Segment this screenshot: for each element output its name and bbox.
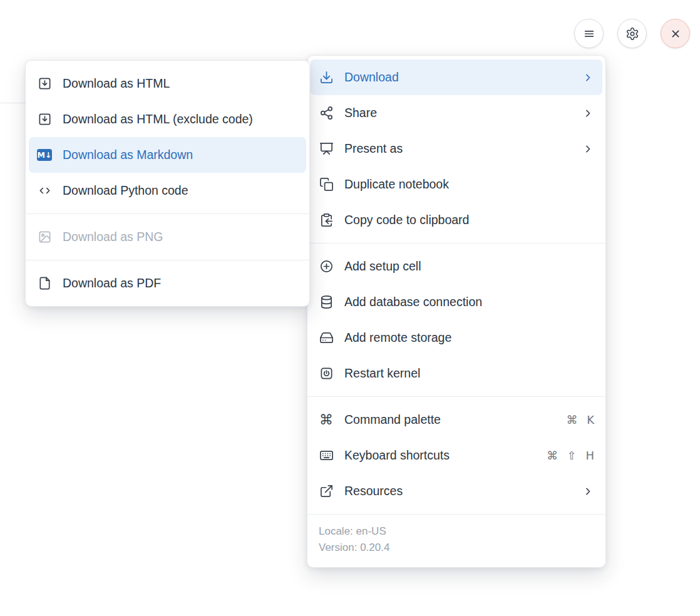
page-cell-border (0, 103, 25, 103)
menu-separator (26, 260, 309, 260)
menu-item-restart-kernel[interactable]: Restart kernel (307, 356, 605, 391)
box-arrow-down-icon (37, 112, 52, 127)
code-icon (37, 183, 52, 198)
menu-separator (26, 213, 309, 214)
shortcut-hint: ⌘ ⇧ H (547, 449, 594, 462)
chevron-right-icon (582, 71, 594, 84)
menu-item-label: Download as HTML (exclude code) (63, 112, 298, 126)
menu-item-label: Download (344, 70, 571, 85)
submenu-item-download-html[interactable]: Download as HTML (26, 66, 309, 101)
submenu-item-download-html-exclude-code[interactable]: Download as HTML (exclude code) (26, 101, 309, 137)
menu-item-duplicate-notebook[interactable]: Duplicate notebook (307, 167, 605, 202)
close-icon (668, 26, 683, 41)
menu-item-label: Add database connection (344, 295, 594, 309)
menu-item-copy-code[interactable]: Copy code to clipboard (307, 202, 605, 238)
menu-item-label: Share (344, 106, 571, 120)
notebook-toolbar (574, 19, 690, 48)
hard-drive-icon (319, 331, 334, 346)
menu-item-add-database-connection[interactable]: Add database connection (307, 284, 605, 320)
external-link-icon (319, 484, 334, 499)
shortcut-hint: ⌘ K (566, 413, 594, 426)
menu-separator (307, 396, 605, 397)
download-icon (319, 70, 334, 85)
menu-item-share[interactable]: Share (307, 95, 605, 131)
chevron-right-icon (582, 107, 594, 120)
menu-item-add-setup-cell[interactable]: Add setup cell (307, 249, 605, 284)
clipboard-copy-icon (319, 213, 334, 228)
submenu-item-download-pdf[interactable]: Download as PDF (26, 265, 309, 301)
close-button[interactable] (661, 19, 690, 48)
copy-icon (319, 177, 334, 192)
menu-item-label: Resources (344, 484, 571, 498)
menu-item-download[interactable]: Download (311, 59, 602, 95)
menu-item-label: Command palette (344, 413, 555, 427)
power-icon (319, 366, 334, 381)
menu-item-label: Copy code to clipboard (344, 213, 594, 227)
menu-item-command-palette[interactable]: ⌘ Command palette ⌘ K (307, 402, 605, 438)
menu-item-label: Duplicate notebook (344, 177, 594, 192)
menu-separator (307, 243, 605, 244)
menu-button[interactable] (574, 19, 604, 48)
menu-item-label: Restart kernel (344, 366, 594, 381)
box-arrow-down-icon (37, 76, 52, 91)
plus-circle-icon (319, 259, 334, 274)
menu-item-label: Download Python code (63, 183, 298, 198)
menu-item-label: Download as HTML (63, 76, 298, 91)
menu-item-label: Keyboard shortcuts (344, 448, 536, 463)
menu-item-label: Download as Markdown (63, 148, 298, 162)
file-icon (37, 276, 52, 291)
submenu-item-download-markdown[interactable]: M↓ Download as Markdown (29, 137, 306, 173)
settings-button[interactable] (617, 19, 647, 48)
share-icon (319, 106, 334, 121)
markdown-badge: M↓ (37, 149, 52, 161)
download-submenu: Download as HTML Download as HTML (exclu… (25, 60, 310, 307)
presentation-icon (319, 141, 334, 157)
menu-item-label: Present as (344, 141, 571, 156)
notebook-actions-menu: Download Share Present as (307, 55, 606, 568)
markdown-badge-icon: M↓ (37, 148, 52, 163)
chevron-right-icon (582, 143, 594, 155)
submenu-item-download-png[interactable]: Download as PNG (26, 219, 309, 255)
version-text: Version: 0.20.4 (319, 542, 594, 554)
menu-item-add-remote-storage[interactable]: Add remote storage (307, 320, 605, 356)
hamburger-icon (582, 26, 597, 41)
keyboard-icon (319, 448, 334, 463)
menu-footer: Locale: en-US Version: 0.20.4 (307, 515, 605, 567)
menu-item-present-as[interactable]: Present as (307, 131, 605, 167)
locale-text: Locale: en-US (319, 525, 594, 538)
menu-item-label: Add remote storage (344, 331, 594, 345)
menu-item-label: Download as PNG (63, 230, 298, 244)
submenu-item-download-python[interactable]: Download Python code (26, 173, 309, 208)
command-icon: ⌘ (319, 413, 334, 428)
menu-item-label: Add setup cell (344, 259, 594, 274)
database-icon (319, 295, 334, 310)
gear-icon (625, 26, 640, 41)
menu-item-resources[interactable]: Resources (307, 473, 605, 509)
image-icon (37, 230, 52, 245)
menu-item-keyboard-shortcuts[interactable]: Keyboard shortcuts ⌘ ⇧ H (307, 438, 605, 473)
menu-item-label: Download as PDF (63, 276, 298, 290)
chevron-right-icon (582, 485, 594, 498)
